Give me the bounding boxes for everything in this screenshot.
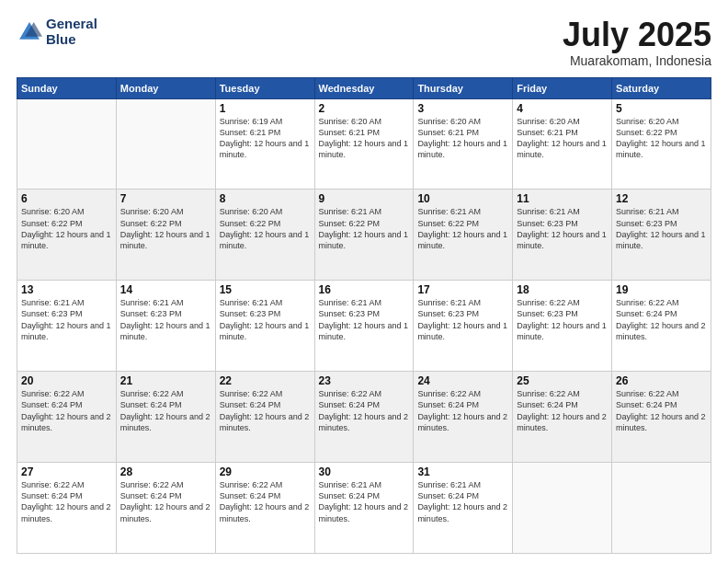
calendar-table: Sunday Monday Tuesday Wednesday Thursday…	[17, 77, 711, 554]
header: General Blue July 2025 Muarakomam, Indon…	[17, 17, 711, 68]
calendar-cell-3-2: 22Sunrise: 6:22 AM Sunset: 6:24 PM Dayli…	[215, 372, 314, 463]
day-info: Sunrise: 6:22 AM Sunset: 6:24 PM Dayligh…	[21, 479, 112, 524]
day-number: 21	[120, 374, 211, 387]
calendar-cell-2-5: 18Sunrise: 6:22 AM Sunset: 6:23 PM Dayli…	[513, 281, 612, 372]
calendar-cell-0-1	[116, 98, 215, 190]
day-info: Sunrise: 6:22 AM Sunset: 6:24 PM Dayligh…	[120, 479, 211, 524]
logo-text: General Blue	[46, 17, 97, 47]
day-number: 29	[220, 465, 311, 478]
day-info: Sunrise: 6:21 AM Sunset: 6:23 PM Dayligh…	[417, 297, 508, 342]
day-info: Sunrise: 6:21 AM Sunset: 6:23 PM Dayligh…	[120, 297, 211, 342]
calendar-cell-1-5: 11Sunrise: 6:21 AM Sunset: 6:23 PM Dayli…	[513, 190, 612, 281]
weekday-header-row: Sunday Monday Tuesday Wednesday Thursday…	[17, 77, 711, 98]
day-number: 23	[319, 374, 410, 387]
calendar-cell-4-6	[612, 463, 711, 554]
day-number: 19	[616, 283, 707, 296]
header-thursday: Thursday	[414, 77, 513, 98]
day-info: Sunrise: 6:22 AM Sunset: 6:24 PM Dayligh…	[319, 388, 410, 433]
day-number: 8	[220, 192, 311, 205]
day-info: Sunrise: 6:21 AM Sunset: 6:23 PM Dayligh…	[220, 297, 311, 342]
day-info: Sunrise: 6:20 AM Sunset: 6:22 PM Dayligh…	[120, 206, 211, 251]
day-info: Sunrise: 6:21 AM Sunset: 6:22 PM Dayligh…	[417, 206, 508, 251]
calendar-row-1: 6Sunrise: 6:20 AM Sunset: 6:22 PM Daylig…	[17, 190, 711, 281]
day-number: 9	[319, 192, 410, 205]
day-number: 30	[319, 465, 410, 478]
calendar-cell-3-5: 25Sunrise: 6:22 AM Sunset: 6:24 PM Dayli…	[513, 372, 612, 463]
day-info: Sunrise: 6:21 AM Sunset: 6:24 PM Dayligh…	[417, 479, 508, 524]
calendar-cell-4-3: 30Sunrise: 6:21 AM Sunset: 6:24 PM Dayli…	[314, 463, 414, 554]
day-number: 1	[220, 102, 311, 115]
day-number: 17	[417, 283, 508, 296]
calendar-cell-2-6: 19Sunrise: 6:22 AM Sunset: 6:24 PM Dayli…	[612, 281, 711, 372]
day-info: Sunrise: 6:22 AM Sunset: 6:24 PM Dayligh…	[616, 297, 707, 342]
day-info: Sunrise: 6:21 AM Sunset: 6:22 PM Dayligh…	[319, 206, 410, 251]
day-number: 6	[21, 192, 112, 205]
header-monday: Monday	[116, 77, 215, 98]
day-info: Sunrise: 6:21 AM Sunset: 6:23 PM Dayligh…	[517, 206, 608, 251]
calendar-cell-3-0: 20Sunrise: 6:22 AM Sunset: 6:24 PM Dayli…	[17, 372, 117, 463]
location-subtitle: Muarakomam, Indonesia	[563, 53, 711, 68]
day-info: Sunrise: 6:22 AM Sunset: 6:24 PM Dayligh…	[417, 388, 508, 433]
day-number: 3	[417, 102, 508, 115]
calendar-cell-1-1: 7Sunrise: 6:20 AM Sunset: 6:22 PM Daylig…	[116, 190, 215, 281]
calendar-cell-4-0: 27Sunrise: 6:22 AM Sunset: 6:24 PM Dayli…	[17, 463, 117, 554]
day-info: Sunrise: 6:22 AM Sunset: 6:24 PM Dayligh…	[120, 388, 211, 433]
day-number: 20	[21, 374, 112, 387]
calendar-cell-3-4: 24Sunrise: 6:22 AM Sunset: 6:24 PM Dayli…	[414, 372, 513, 463]
day-info: Sunrise: 6:20 AM Sunset: 6:21 PM Dayligh…	[417, 116, 508, 161]
day-number: 11	[517, 192, 608, 205]
calendar-cell-4-1: 28Sunrise: 6:22 AM Sunset: 6:24 PM Dayli…	[116, 463, 215, 554]
month-title: July 2025	[563, 17, 711, 53]
day-number: 15	[220, 283, 311, 296]
header-friday: Friday	[513, 77, 612, 98]
day-number: 26	[616, 374, 707, 387]
calendar-cell-4-5	[513, 463, 612, 554]
calendar-cell-1-2: 8Sunrise: 6:20 AM Sunset: 6:22 PM Daylig…	[215, 190, 314, 281]
calendar-cell-1-3: 9Sunrise: 6:21 AM Sunset: 6:22 PM Daylig…	[314, 190, 414, 281]
day-number: 25	[517, 374, 608, 387]
calendar-row-2: 13Sunrise: 6:21 AM Sunset: 6:23 PM Dayli…	[17, 281, 711, 372]
day-info: Sunrise: 6:19 AM Sunset: 6:21 PM Dayligh…	[220, 116, 311, 161]
day-number: 14	[120, 283, 211, 296]
calendar-cell-0-3: 2Sunrise: 6:20 AM Sunset: 6:21 PM Daylig…	[314, 98, 414, 190]
logo: General Blue	[17, 17, 97, 47]
day-number: 16	[319, 283, 410, 296]
title-section: July 2025 Muarakomam, Indonesia	[563, 17, 711, 68]
calendar-cell-0-5: 4Sunrise: 6:20 AM Sunset: 6:21 PM Daylig…	[513, 98, 612, 190]
day-info: Sunrise: 6:21 AM Sunset: 6:23 PM Dayligh…	[319, 297, 410, 342]
calendar-cell-1-4: 10Sunrise: 6:21 AM Sunset: 6:22 PM Dayli…	[414, 190, 513, 281]
calendar-cell-0-4: 3Sunrise: 6:20 AM Sunset: 6:21 PM Daylig…	[414, 98, 513, 190]
calendar-cell-2-2: 15Sunrise: 6:21 AM Sunset: 6:23 PM Dayli…	[215, 281, 314, 372]
day-number: 4	[517, 102, 608, 115]
calendar-cell-2-3: 16Sunrise: 6:21 AM Sunset: 6:23 PM Dayli…	[314, 281, 414, 372]
day-info: Sunrise: 6:20 AM Sunset: 6:21 PM Dayligh…	[517, 116, 608, 161]
calendar-cell-1-6: 12Sunrise: 6:21 AM Sunset: 6:23 PM Dayli…	[612, 190, 711, 281]
day-number: 7	[120, 192, 211, 205]
day-info: Sunrise: 6:22 AM Sunset: 6:23 PM Dayligh…	[517, 297, 608, 342]
day-number: 28	[120, 465, 211, 478]
logo-line1: General	[46, 17, 97, 32]
day-info: Sunrise: 6:20 AM Sunset: 6:22 PM Dayligh…	[21, 206, 112, 251]
day-number: 27	[21, 465, 112, 478]
logo-line2: Blue	[46, 32, 97, 48]
header-sunday: Sunday	[17, 77, 117, 98]
header-saturday: Saturday	[612, 77, 711, 98]
day-info: Sunrise: 6:22 AM Sunset: 6:24 PM Dayligh…	[220, 479, 311, 524]
calendar-cell-3-1: 21Sunrise: 6:22 AM Sunset: 6:24 PM Dayli…	[116, 372, 215, 463]
day-info: Sunrise: 6:21 AM Sunset: 6:23 PM Dayligh…	[616, 206, 707, 251]
calendar-row-3: 20Sunrise: 6:22 AM Sunset: 6:24 PM Dayli…	[17, 372, 711, 463]
calendar-cell-0-0	[17, 98, 117, 190]
calendar-cell-4-4: 31Sunrise: 6:21 AM Sunset: 6:24 PM Dayli…	[414, 463, 513, 554]
logo-icon	[17, 19, 42, 45]
calendar-row-0: 1Sunrise: 6:19 AM Sunset: 6:21 PM Daylig…	[17, 98, 711, 190]
day-info: Sunrise: 6:20 AM Sunset: 6:21 PM Dayligh…	[319, 116, 410, 161]
calendar-cell-1-0: 6Sunrise: 6:20 AM Sunset: 6:22 PM Daylig…	[17, 190, 117, 281]
calendar-cell-2-4: 17Sunrise: 6:21 AM Sunset: 6:23 PM Dayli…	[414, 281, 513, 372]
calendar-cell-0-6: 5Sunrise: 6:20 AM Sunset: 6:22 PM Daylig…	[612, 98, 711, 190]
header-wednesday: Wednesday	[314, 77, 414, 98]
header-tuesday: Tuesday	[215, 77, 314, 98]
day-number: 18	[517, 283, 608, 296]
day-info: Sunrise: 6:21 AM Sunset: 6:23 PM Dayligh…	[21, 297, 112, 342]
page: General Blue July 2025 Muarakomam, Indon…	[0, 0, 728, 563]
day-number: 10	[417, 192, 508, 205]
